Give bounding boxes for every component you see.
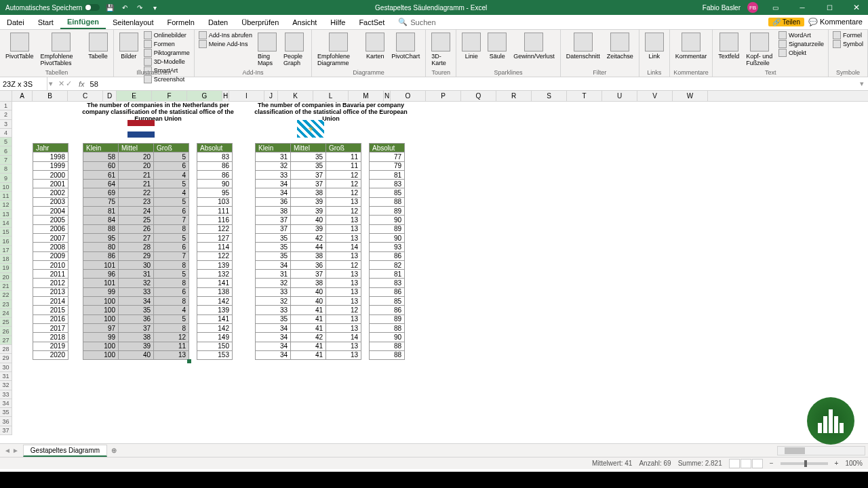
ribbon-onlinebilder[interactable]: Onlinebilder bbox=[142, 31, 191, 39]
col-header-O[interactable]: O bbox=[391, 91, 426, 101]
menu-tab-formeln[interactable]: Formeln bbox=[161, 15, 201, 29]
ribbon-signaturzeile[interactable]: Signaturzeile bbox=[777, 40, 825, 48]
col-header-F[interactable]: F bbox=[152, 91, 187, 101]
ribbon-zeitachse[interactable]: Zeitachse bbox=[604, 31, 636, 61]
formula-input[interactable]: 58 bbox=[87, 80, 856, 88]
share-button[interactable]: 🔗 Teilen bbox=[768, 18, 804, 26]
ribbon-s-ule[interactable]: Säule bbox=[485, 31, 509, 61]
col-header-T[interactable]: T bbox=[567, 91, 602, 101]
data-table[interactable]: Absolut838686909510311111612212711412213… bbox=[197, 143, 233, 360]
ribbon-screenshot[interactable]: Screenshot bbox=[142, 75, 191, 83]
view-page-icon[interactable] bbox=[741, 459, 751, 468]
ribbon-pivottable[interactable]: PivotTable bbox=[3, 31, 37, 61]
col-header-N[interactable]: N bbox=[384, 91, 391, 101]
data-table[interactable]: KleinMittelGroß3135113235113337123437123… bbox=[255, 143, 361, 360]
row-header-13[interactable]: 13 bbox=[0, 210, 12, 219]
row-header-28[interactable]: 28 bbox=[0, 345, 12, 354]
user-name[interactable]: Fabio Basler bbox=[703, 4, 741, 12]
menu-tab-datei[interactable]: Datei bbox=[0, 15, 31, 29]
ribbon-formel[interactable]: Formel bbox=[831, 31, 865, 39]
ribbon-textfeld[interactable]: Textfeld bbox=[715, 31, 742, 61]
col-header-M[interactable]: M bbox=[349, 91, 384, 101]
undo-icon[interactable]: ↶ bbox=[120, 3, 130, 12]
col-header-R[interactable]: R bbox=[496, 91, 532, 101]
menu-tab-factset[interactable]: FactSet bbox=[352, 15, 391, 29]
view-break-icon[interactable] bbox=[752, 459, 763, 468]
autosave-toggle[interactable]: Automatisches Speichern bbox=[5, 4, 100, 12]
row-header-4[interactable]: 4 bbox=[0, 129, 12, 138]
col-header-S[interactable]: S bbox=[532, 91, 567, 101]
row-header-10[interactable]: 10 bbox=[0, 183, 12, 192]
col-header-J[interactable]: J bbox=[264, 91, 278, 101]
ribbon-pivotchart[interactable]: PivotChart bbox=[389, 31, 422, 61]
horizontal-scrollbar[interactable] bbox=[777, 446, 865, 455]
ribbon-link[interactable]: Link bbox=[642, 31, 667, 61]
row-header-31[interactable]: 31 bbox=[0, 372, 12, 381]
col-header-I[interactable]: I bbox=[229, 91, 264, 101]
row-header-9[interactable]: 9 bbox=[0, 174, 12, 182]
row-header-34[interactable]: 34 bbox=[0, 399, 12, 408]
row-header-16[interactable]: 16 bbox=[0, 237, 12, 245]
row-header-14[interactable]: 14 bbox=[0, 219, 12, 228]
view-normal-icon[interactable] bbox=[729, 459, 740, 468]
ribbon-meine-add-ins[interactable]: Meine Add-Ins bbox=[197, 40, 254, 48]
ribbon-bilder[interactable]: Bilder bbox=[117, 31, 141, 61]
menu-tab-seitenlayout[interactable]: Seitenlayout bbox=[106, 15, 161, 29]
data-table[interactable]: Absolut777981838588899089909386828183868… bbox=[369, 143, 405, 360]
fill-handle[interactable] bbox=[187, 359, 191, 363]
spreadsheet-grid[interactable]: 1234567891011121314151617181920212223242… bbox=[0, 91, 868, 443]
ribbon-kommentar[interactable]: Kommentar bbox=[673, 31, 710, 61]
ribbon-objekt[interactable]: Objekt bbox=[777, 49, 825, 57]
sheet-prev-icon[interactable]: ◄ bbox=[4, 447, 11, 454]
ribbon-tabelle[interactable]: Tabelle bbox=[85, 31, 111, 61]
ribbon-karten[interactable]: Karten bbox=[363, 31, 387, 61]
row-header-3[interactable]: 3 bbox=[0, 120, 12, 129]
ribbon-add-ins-abrufen[interactable]: Add-Ins abrufen bbox=[197, 31, 254, 39]
zoom-slider[interactable] bbox=[781, 462, 828, 465]
row-header-27[interactable]: 27 bbox=[0, 336, 12, 345]
comments-button[interactable]: 💬 Kommentare bbox=[808, 18, 863, 26]
menu-tab-hilfe[interactable]: Hilfe bbox=[323, 15, 352, 29]
maximize-button[interactable]: ☐ bbox=[819, 0, 840, 15]
menu-tab-einfügen[interactable]: Einfügen bbox=[60, 15, 106, 29]
row-header-32[interactable]: 32 bbox=[0, 381, 12, 390]
col-header-E[interactable]: E bbox=[117, 91, 152, 101]
search-icon[interactable]: 🔍 bbox=[398, 18, 408, 26]
row-header-12[interactable]: 12 bbox=[0, 201, 12, 209]
ribbon--d-modelle[interactable]: 3D-Modelle bbox=[142, 58, 191, 66]
menu-tab-daten[interactable]: Daten bbox=[201, 15, 235, 29]
data-table[interactable]: Jahr199819992000200120022003200420052006… bbox=[33, 143, 68, 360]
enter-icon[interactable]: ✓ bbox=[66, 79, 72, 88]
row-header-2[interactable]: 2 bbox=[0, 110, 12, 119]
add-sheet-button[interactable]: ⊕ bbox=[107, 447, 121, 454]
ribbon-symbol[interactable]: Symbol bbox=[831, 40, 865, 48]
row-header-20[interactable]: 20 bbox=[0, 273, 12, 282]
sheet-next-icon[interactable]: ► bbox=[12, 447, 19, 454]
row-header-6[interactable]: 6 bbox=[0, 146, 12, 155]
ribbon-bing-maps[interactable]: Bing Maps bbox=[255, 31, 279, 68]
row-header-17[interactable]: 17 bbox=[0, 246, 12, 255]
name-box[interactable]: 23Z x 3S bbox=[0, 77, 47, 90]
row-header-35[interactable]: 35 bbox=[0, 408, 12, 417]
ribbon-wordart[interactable]: WordArt bbox=[777, 31, 825, 39]
fx-icon[interactable]: fx bbox=[76, 80, 87, 88]
menu-tab-ansicht[interactable]: Ansicht bbox=[285, 15, 323, 29]
col-header-P[interactable]: P bbox=[426, 91, 461, 101]
zoom-out-button[interactable]: − bbox=[770, 460, 774, 467]
zoom-in-button[interactable]: + bbox=[835, 460, 839, 467]
ribbon-empfohlene-diagramme[interactable]: Empfohlene Diagramme bbox=[315, 31, 361, 68]
row-header-30[interactable]: 30 bbox=[0, 363, 12, 372]
col-header-V[interactable]: V bbox=[637, 91, 673, 101]
ribbon-datenschnitt[interactable]: Datenschnitt bbox=[564, 31, 603, 61]
col-header-G[interactable]: G bbox=[187, 91, 222, 101]
ribbon-options-icon[interactable]: ▭ bbox=[765, 0, 785, 15]
menu-tab-überprüfen[interactable]: Überprüfen bbox=[235, 15, 285, 29]
row-header-25[interactable]: 25 bbox=[0, 318, 12, 327]
redo-icon[interactable]: ↷ bbox=[135, 3, 144, 12]
row-header-11[interactable]: 11 bbox=[0, 192, 12, 201]
cancel-icon[interactable]: ✕ bbox=[58, 79, 64, 88]
col-header-B[interactable]: B bbox=[33, 91, 68, 101]
save-icon[interactable]: 💾 bbox=[105, 3, 115, 12]
row-header-23[interactable]: 23 bbox=[0, 300, 12, 309]
menu-tab-start[interactable]: Start bbox=[31, 15, 60, 29]
